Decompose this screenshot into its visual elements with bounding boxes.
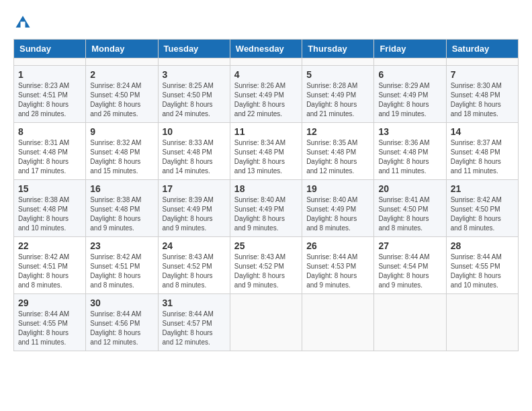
- calendar-cell: 19Sunrise: 8:40 AM Sunset: 4:49 PM Dayli…: [302, 180, 374, 237]
- logo: [13, 13, 35, 32]
- calendar-cell: 3Sunrise: 8:25 AM Sunset: 4:50 PM Daylig…: [158, 66, 230, 123]
- calendar-header-row: SundayMondayTuesdayWednesdayThursdayFrid…: [14, 40, 519, 58]
- day-number: 29: [18, 298, 81, 308]
- day-number: 31: [163, 298, 226, 308]
- day-number: 20: [378, 183, 441, 194]
- calendar-cell: 23Sunrise: 8:42 AM Sunset: 4:51 PM Dayli…: [86, 237, 158, 294]
- day-info: Sunrise: 8:30 AM Sunset: 4:48 PM Dayligh…: [451, 81, 514, 119]
- calendar-cell: 17Sunrise: 8:39 AM Sunset: 4:49 PM Dayli…: [158, 180, 230, 237]
- day-of-week-header: Thursday: [302, 40, 374, 58]
- day-of-week-header: Friday: [374, 40, 446, 58]
- day-number: 14: [451, 126, 514, 137]
- day-number: 9: [90, 126, 153, 137]
- calendar-cell: [446, 294, 518, 351]
- day-info: Sunrise: 8:44 AM Sunset: 4:53 PM Dayligh…: [306, 253, 369, 290]
- calendar-cell: 27Sunrise: 8:44 AM Sunset: 4:54 PM Dayli…: [374, 237, 446, 294]
- day-info: Sunrise: 8:40 AM Sunset: 4:49 PM Dayligh…: [234, 195, 298, 233]
- day-number: 8: [18, 126, 81, 137]
- calendar-week-row: 15Sunrise: 8:38 AM Sunset: 4:48 PM Dayli…: [14, 180, 519, 237]
- day-number: 15: [18, 183, 81, 194]
- page-header: [13, 13, 519, 32]
- day-number: 21: [451, 183, 514, 194]
- calendar-cell: 28Sunrise: 8:44 AM Sunset: 4:55 PM Dayli…: [446, 237, 518, 294]
- calendar-cell: [230, 294, 302, 351]
- day-number: 5: [306, 69, 369, 80]
- day-number: 30: [90, 298, 153, 308]
- day-of-week-header: Saturday: [446, 40, 518, 58]
- calendar-cell: [14, 58, 86, 66]
- calendar-cell: 8Sunrise: 8:31 AM Sunset: 4:48 PM Daylig…: [14, 123, 86, 180]
- calendar-cell: 6Sunrise: 8:29 AM Sunset: 4:49 PM Daylig…: [374, 66, 446, 123]
- day-number: 17: [163, 183, 226, 194]
- day-number: 25: [234, 240, 298, 251]
- day-number: 4: [234, 69, 298, 80]
- calendar-cell: [446, 58, 518, 66]
- calendar-cell: 12Sunrise: 8:35 AM Sunset: 4:48 PM Dayli…: [302, 123, 374, 180]
- day-of-week-header: Sunday: [14, 40, 86, 58]
- day-number: 12: [306, 126, 369, 137]
- day-info: Sunrise: 8:44 AM Sunset: 4:57 PM Dayligh…: [163, 310, 226, 347]
- day-info: Sunrise: 8:34 AM Sunset: 4:48 PM Dayligh…: [234, 138, 298, 176]
- day-of-week-header: Monday: [86, 40, 158, 58]
- day-info: Sunrise: 8:44 AM Sunset: 4:56 PM Dayligh…: [90, 310, 153, 347]
- calendar-cell: 18Sunrise: 8:40 AM Sunset: 4:49 PM Dayli…: [230, 180, 302, 237]
- calendar-cell: [230, 58, 302, 66]
- calendar-week-row: 1Sunrise: 8:23 AM Sunset: 4:51 PM Daylig…: [14, 66, 519, 123]
- day-info: Sunrise: 8:36 AM Sunset: 4:48 PM Dayligh…: [378, 138, 441, 176]
- day-info: Sunrise: 8:29 AM Sunset: 4:49 PM Dayligh…: [378, 81, 441, 119]
- day-info: Sunrise: 8:43 AM Sunset: 4:52 PM Dayligh…: [234, 253, 298, 290]
- day-info: Sunrise: 8:33 AM Sunset: 4:48 PM Dayligh…: [163, 138, 226, 176]
- calendar-cell: 31Sunrise: 8:44 AM Sunset: 4:57 PM Dayli…: [158, 294, 230, 351]
- calendar-week-row: 8Sunrise: 8:31 AM Sunset: 4:48 PM Daylig…: [14, 123, 519, 180]
- day-info: Sunrise: 8:44 AM Sunset: 4:55 PM Dayligh…: [18, 310, 81, 347]
- day-of-week-header: Wednesday: [230, 40, 302, 58]
- day-number: 27: [378, 240, 441, 251]
- calendar-cell: 15Sunrise: 8:38 AM Sunset: 4:48 PM Dayli…: [14, 180, 86, 237]
- day-info: Sunrise: 8:24 AM Sunset: 4:50 PM Dayligh…: [90, 81, 153, 119]
- day-number: 10: [163, 126, 226, 137]
- calendar-cell: [374, 58, 446, 66]
- calendar-cell: [158, 58, 230, 66]
- calendar-cell: 21Sunrise: 8:42 AM Sunset: 4:50 PM Dayli…: [446, 180, 518, 237]
- day-info: Sunrise: 8:28 AM Sunset: 4:49 PM Dayligh…: [306, 81, 369, 119]
- day-info: Sunrise: 8:35 AM Sunset: 4:48 PM Dayligh…: [306, 138, 369, 176]
- day-info: Sunrise: 8:42 AM Sunset: 4:51 PM Dayligh…: [90, 253, 153, 290]
- day-of-week-header: Tuesday: [158, 40, 230, 58]
- day-info: Sunrise: 8:38 AM Sunset: 4:48 PM Dayligh…: [90, 195, 153, 233]
- day-number: 16: [90, 183, 153, 194]
- day-info: Sunrise: 8:40 AM Sunset: 4:49 PM Dayligh…: [306, 195, 369, 233]
- day-info: Sunrise: 8:39 AM Sunset: 4:49 PM Dayligh…: [163, 195, 226, 233]
- day-number: 7: [451, 69, 514, 80]
- day-number: 26: [306, 240, 369, 251]
- calendar-cell: 30Sunrise: 8:44 AM Sunset: 4:56 PM Dayli…: [86, 294, 158, 351]
- day-number: 11: [234, 126, 298, 137]
- day-number: 2: [90, 69, 153, 80]
- calendar-week-row: 22Sunrise: 8:42 AM Sunset: 4:51 PM Dayli…: [14, 237, 519, 294]
- day-number: 3: [163, 69, 226, 80]
- calendar-table: SundayMondayTuesdayWednesdayThursdayFrid…: [13, 39, 519, 351]
- day-info: Sunrise: 8:42 AM Sunset: 4:51 PM Dayligh…: [18, 253, 81, 290]
- day-number: 18: [234, 183, 298, 194]
- calendar-cell: 9Sunrise: 8:32 AM Sunset: 4:48 PM Daylig…: [86, 123, 158, 180]
- day-info: Sunrise: 8:25 AM Sunset: 4:50 PM Dayligh…: [163, 81, 226, 119]
- calendar-cell: 24Sunrise: 8:43 AM Sunset: 4:52 PM Dayli…: [158, 237, 230, 294]
- calendar-cell: 14Sunrise: 8:37 AM Sunset: 4:48 PM Dayli…: [446, 123, 518, 180]
- calendar-week-row: [14, 58, 519, 66]
- day-info: Sunrise: 8:43 AM Sunset: 4:52 PM Dayligh…: [163, 253, 226, 290]
- calendar-cell: 25Sunrise: 8:43 AM Sunset: 4:52 PM Dayli…: [230, 237, 302, 294]
- logo-icon: [13, 13, 32, 32]
- day-info: Sunrise: 8:37 AM Sunset: 4:48 PM Dayligh…: [451, 138, 514, 176]
- day-info: Sunrise: 8:26 AM Sunset: 4:49 PM Dayligh…: [234, 81, 298, 119]
- day-number: 28: [451, 240, 514, 251]
- calendar-cell: [86, 58, 158, 66]
- calendar-cell: 13Sunrise: 8:36 AM Sunset: 4:48 PM Dayli…: [374, 123, 446, 180]
- day-number: 1: [18, 69, 81, 80]
- calendar-cell: 26Sunrise: 8:44 AM Sunset: 4:53 PM Dayli…: [302, 237, 374, 294]
- day-number: 6: [378, 69, 441, 80]
- calendar-cell: [374, 294, 446, 351]
- calendar-cell: 4Sunrise: 8:26 AM Sunset: 4:49 PM Daylig…: [230, 66, 302, 123]
- day-info: Sunrise: 8:31 AM Sunset: 4:48 PM Dayligh…: [18, 138, 81, 176]
- day-number: 22: [18, 240, 81, 251]
- calendar-cell: 5Sunrise: 8:28 AM Sunset: 4:49 PM Daylig…: [302, 66, 374, 123]
- day-info: Sunrise: 8:44 AM Sunset: 4:54 PM Dayligh…: [378, 253, 441, 290]
